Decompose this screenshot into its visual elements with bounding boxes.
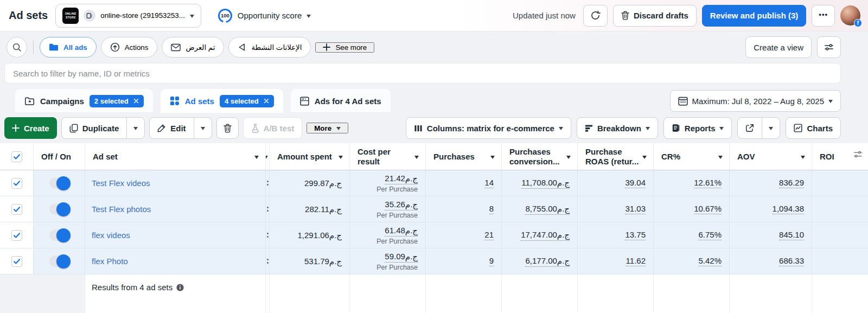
sort-caret-icon [490,156,495,161]
account-logo: ONLINESTORE [62,8,79,24]
breakdown-icon [585,124,593,132]
discard-drafts-button[interactable]: Discard drafts [613,5,697,27]
sort-caret-icon [566,156,571,161]
status-toggle[interactable] [49,177,69,189]
duplicate-button[interactable]: Duplicate [62,118,127,138]
summary-cell [730,274,812,313]
row-checkbox[interactable] [11,230,22,241]
tab-label: Ad sets [185,97,214,106]
edit-dropdown[interactable] [194,118,212,138]
create-view-button[interactable]: Create a view [745,36,812,58]
trash-icon [224,124,232,133]
search-input[interactable] [4,63,841,84]
plus-icon [12,124,20,132]
view-settings-button[interactable] [817,36,841,58]
tab-ads[interactable]: Ads for 4 Ad sets [291,89,391,113]
ad-set-link[interactable]: Test Flex photos [92,205,151,214]
clipped-cell [266,196,270,222]
columns-button[interactable]: Columns: matrix for e-commerce [406,117,571,139]
row-select-cell [0,222,34,248]
chevron-down-icon [307,15,311,20]
roi-cell [812,196,868,222]
conversion-value-cell: 8,755.00ج.م [502,196,578,222]
roas-cell: 11.62 [578,248,654,274]
selected-badge[interactable]: 4 selected [220,95,274,107]
edit-button[interactable]: Edit [150,118,193,138]
search-row [0,62,868,87]
select-all-checkbox[interactable] [11,151,22,162]
tab-campaigns[interactable]: Campaigns 2 selected [15,89,153,113]
ad-set-name-cell: flex Photo [85,248,266,274]
page-icon [84,10,95,22]
header-purchases[interactable]: Purchases [426,143,502,170]
filter-pill-actions[interactable]: Actions [101,37,158,58]
filter-pill-delivered[interactable]: تم العرض [162,37,224,58]
ad-set-link[interactable]: Test Flex videos [92,178,150,188]
refresh-button[interactable] [583,5,608,27]
clipped-column [266,143,270,170]
status-toggle[interactable] [49,203,69,215]
conversion-value-cell: 11,708.00ج.م [502,170,578,196]
more-options-button[interactable]: ••• [812,5,835,27]
ad-set-link[interactable]: flex Photo [92,257,128,266]
header-roi[interactable]: ROI [812,143,868,170]
selected-badge[interactable]: 2 selected [90,95,144,107]
amount-spent-cell: 1,291.06ج.م [270,222,350,248]
filter-pill-all-ads[interactable]: All ads [40,37,97,58]
create-button[interactable]: Create [4,117,57,139]
aov-cell: 1,094.38 [730,196,812,222]
opportunity-score[interactable]: 100 Opportunity score [218,8,311,23]
header-cr[interactable]: CR% [654,143,730,170]
roas-cell: 31.03 [578,196,654,222]
avatar[interactable]: f [840,5,860,25]
purchases-cell: 21 [426,222,502,248]
ad-set-link[interactable]: flex videos [92,231,130,240]
account-picker[interactable]: ONLINESTORE online-store (291953253... [55,4,201,28]
aov-cell: 686.33 [730,248,812,274]
cr-cell: 12.61% [654,170,730,196]
sort-caret-icon [414,156,419,161]
row-checkbox[interactable] [11,256,22,267]
status-toggle[interactable] [49,229,69,241]
ab-test-button[interactable]: A/B test [243,117,303,139]
column-settings-icon[interactable] [853,150,863,158]
more-button[interactable]: More [307,123,348,133]
info-icon[interactable] [176,284,184,291]
delete-button[interactable] [216,117,239,139]
export-button[interactable] [738,118,762,138]
tab-ad-sets[interactable]: Ad sets 4 selected [161,89,283,113]
cr-cell: 6.75% [654,222,730,248]
clipped-cell [266,222,270,248]
header-amount-spent[interactable]: Amount spent [270,143,350,170]
see-more-button[interactable]: See more [315,42,374,53]
review-publish-button[interactable]: Review and publish (3) [702,5,807,27]
filter-search-button[interactable] [7,37,27,58]
breakdown-button[interactable]: Breakdown [577,117,658,139]
row-checkbox[interactable] [11,204,22,215]
toolbar-right: Columns: matrix for e-commerce Breakdown… [406,117,841,139]
header-roas[interactable]: Purchase ROAS (retur... [578,143,654,170]
toggle-cell [34,170,85,196]
row-checkbox[interactable] [11,178,22,189]
filter-pill-active-ads[interactable]: الإعلانات النشطة [228,37,311,58]
export-dropdown[interactable] [762,118,780,138]
opportunity-label: Opportunity score [238,11,302,20]
flask-icon [251,124,259,133]
table-row: Test Flex photos 282.11ج.م 35.26ج.مPer P… [0,196,868,222]
duplicate-split-button: Duplicate [61,117,145,139]
header-conversion-value[interactable]: Purchases conversion... [502,143,578,170]
chart-icon [794,124,802,132]
date-range-picker[interactable]: Maximum: Jul 8, 2022 – Aug 8, 2025 [670,90,841,112]
status-toggle[interactable] [49,255,69,267]
header-aov[interactable]: AOV [730,143,812,170]
folder-icon [49,43,59,52]
ads-page-icon [300,97,309,106]
reports-button[interactable]: Reports [663,117,732,139]
calendar-icon [678,96,688,106]
aov-cell: 836.29 [730,170,812,196]
duplicate-dropdown[interactable] [126,118,144,138]
cr-cell: 5.42% [654,248,730,274]
header-ad-set[interactable]: Ad set [85,143,266,170]
charts-button[interactable]: Charts [786,117,841,139]
header-cost-per-result[interactable]: Cost per result [350,143,426,170]
